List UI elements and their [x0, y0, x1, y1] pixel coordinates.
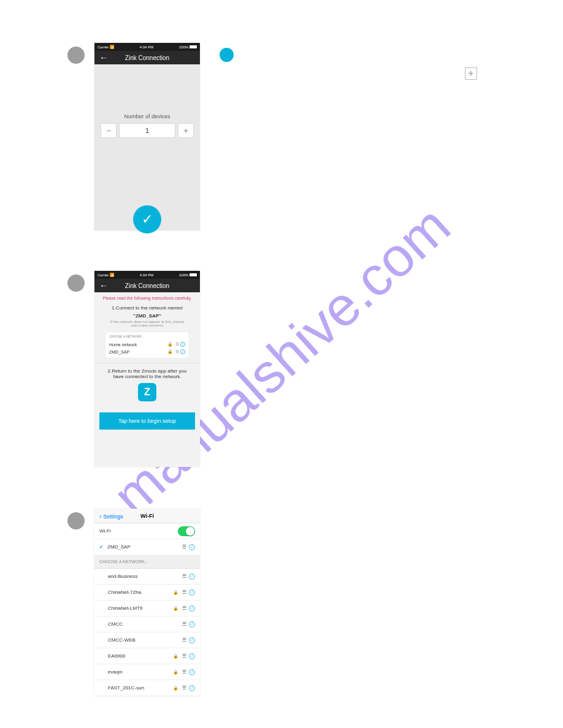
- warning-text: Please read the following instructions c…: [94, 292, 200, 304]
- nav-bar: ← Zink Connection: [94, 51, 200, 64]
- wifi-network-row[interactable]: CMCC☰ i: [94, 616, 200, 632]
- info-icon[interactable]: i: [189, 653, 195, 659]
- back-icon[interactable]: ←: [99, 281, 108, 290]
- wifi-settings-panel: ‹ Settings Wi-Fi Wi-Fi ✓ ZMD_SAP ☰ i CHO…: [94, 509, 200, 696]
- zmodo-app-icon: Z: [138, 383, 156, 401]
- wifi-row-icons: ☰ i: [173, 653, 195, 659]
- devices-label: Number of devices: [94, 113, 200, 119]
- battery-label: 100%: [179, 45, 197, 49]
- step1-line2: "ZMD_SAP": [94, 312, 200, 320]
- phone-screen-2: Carrier 📶 4:34 PM 100% ← Zink Connection…: [94, 271, 200, 467]
- network-card-header: CHOOSE A NETWORK...: [109, 335, 185, 341]
- time-label: 4:34 PM: [140, 45, 153, 49]
- back-icon[interactable]: ←: [99, 53, 108, 63]
- carrier-label: Carrier 📶: [98, 273, 114, 277]
- connected-ssid: ZMD_SAP: [107, 544, 131, 550]
- wifi-network-row[interactable]: CMCC-WEB☰ i: [94, 632, 200, 648]
- step1-sub: If the network does not appear at first,…: [94, 320, 200, 331]
- info-icon[interactable]: i: [189, 669, 195, 675]
- wifi-row-icons: ☰ i: [173, 605, 195, 612]
- step1-line1: 1.Connect to the network named: [94, 304, 200, 312]
- wifi-ssid: CMCC: [99, 621, 123, 627]
- step-bullet-3: [220, 48, 234, 62]
- wifi-ssid: CMCC-WEB: [99, 637, 136, 643]
- network-icons: ☰i: [167, 342, 185, 347]
- info-icon[interactable]: i: [189, 544, 195, 550]
- wifi-row-icons: ☰ i: [182, 574, 195, 580]
- network-name: Home network: [109, 343, 137, 347]
- info-icon[interactable]: i: [189, 605, 195, 612]
- wifi-toggle-label: Wi-Fi: [99, 528, 111, 534]
- wifi-network-row[interactable]: evaqin☰ i: [94, 664, 200, 680]
- info-icon[interactable]: i: [189, 621, 195, 628]
- phone-screen-1: Carrier 📶 4:34 PM 100% ← Zink Connection…: [94, 43, 200, 230]
- plus-icon: +: [465, 67, 477, 80]
- info-icon[interactable]: i: [189, 637, 195, 643]
- network-name: ZMD_SAP: [109, 350, 129, 354]
- nav-title: Zink Connection: [125, 55, 169, 61]
- wifi-ssid: FAST_201C-sun: [99, 685, 144, 691]
- info-icon[interactable]: i: [189, 685, 195, 691]
- step-bullet-2: [67, 47, 85, 64]
- status-bar: Carrier 📶 4:34 PM 100%: [94, 43, 200, 51]
- begin-setup-button[interactable]: Tap here to begin setup: [99, 412, 195, 430]
- info-icon[interactable]: i: [189, 590, 195, 596]
- network-row[interactable]: ZMD_SAP ☰i: [109, 348, 185, 355]
- wifi-row-icons: ☰ i: [182, 544, 195, 550]
- wifi-back-button[interactable]: ‹ Settings: [99, 512, 123, 520]
- info-icon[interactable]: i: [189, 574, 195, 580]
- wifi-ssid: ChinaNet-LMT9: [99, 605, 142, 611]
- wifi-connected-row[interactable]: ✓ ZMD_SAP ☰ i: [94, 539, 200, 555]
- battery-label: 100%: [179, 273, 197, 277]
- wifi-network-list: and-Business☰ iChinaNet-7Zha☰ iChinaNet-…: [94, 569, 200, 696]
- wifi-network-row[interactable]: ChinaNet-7Zha☰ i: [94, 585, 200, 601]
- increment-button[interactable]: +: [178, 123, 194, 138]
- confirm-button[interactable]: ✓: [133, 205, 161, 233]
- wifi-network-row[interactable]: EA6900☰ i: [94, 648, 200, 664]
- wifi-header: ‹ Settings Wi-Fi: [94, 509, 200, 523]
- wifi-ssid: and-Business: [99, 574, 137, 579]
- wifi-row-icons: ☰ i: [182, 621, 195, 628]
- wifi-row-icons: ☰ i: [182, 637, 195, 643]
- wifi-row-icons: ☰ i: [173, 590, 195, 596]
- device-count-field[interactable]: 1: [119, 123, 175, 138]
- wifi-network-row[interactable]: ChinaNet-LMT9☰ i: [94, 601, 200, 616]
- wifi-network-row[interactable]: FAST_201C-sun☰ i: [94, 680, 200, 696]
- network-icons: ☰i: [167, 349, 185, 354]
- status-bar: Carrier 📶 4:34 PM 100%: [94, 271, 200, 279]
- wifi-row-icons: ☰ i: [173, 669, 195, 675]
- time-label: 4:34 PM: [140, 273, 153, 277]
- step-bullet-5: [67, 512, 85, 529]
- wifi-toggle-row: Wi-Fi: [94, 523, 200, 539]
- wifi-ssid: evaqin: [99, 669, 123, 675]
- wifi-title: Wi-Fi: [140, 513, 154, 519]
- wifi-ssid: ChinaNet-7Zha: [99, 590, 141, 595]
- wifi-ssid: EA6900: [99, 653, 125, 659]
- carrier-label: Carrier 📶: [98, 45, 114, 49]
- choose-network-header: CHOOSE A NETWORK...: [94, 555, 200, 569]
- network-card: CHOOSE A NETWORK... Home network ☰i ZMD_…: [105, 332, 189, 358]
- step2-text: 2.Return to the Zmodo app after you have…: [94, 368, 200, 379]
- decrement-button[interactable]: −: [101, 123, 117, 138]
- wifi-toggle[interactable]: [178, 526, 195, 536]
- wifi-network-row[interactable]: and-Business☰ i: [94, 569, 200, 585]
- wifi-row-icons: ☰ i: [173, 685, 195, 691]
- checkmark-icon: ✓: [99, 544, 104, 550]
- nav-bar: ← Zink Connection: [94, 279, 200, 292]
- nav-title: Zink Connection: [125, 282, 169, 289]
- network-row[interactable]: Home network ☰i: [109, 341, 185, 348]
- device-stepper: − 1 +: [101, 123, 194, 138]
- step-bullet-4: [67, 275, 85, 292]
